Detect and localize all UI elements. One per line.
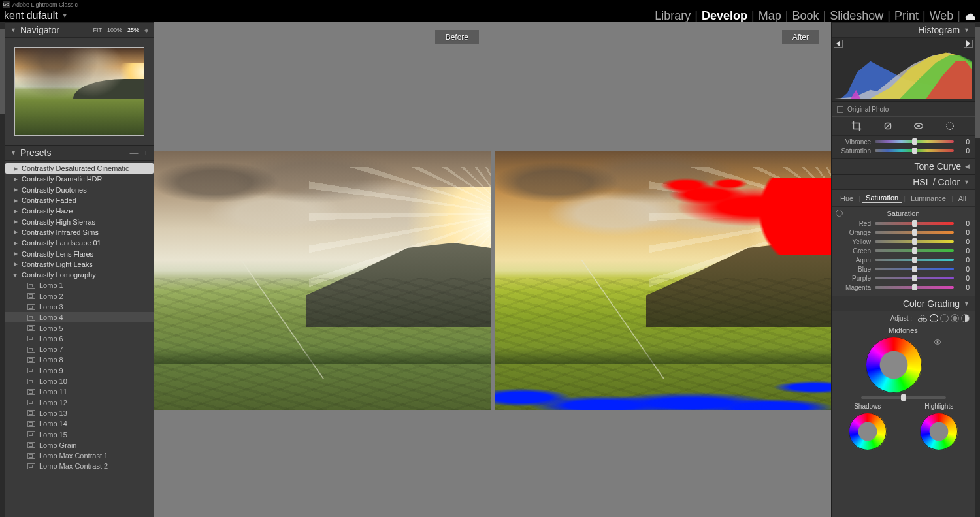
- mask-tool-icon[interactable]: [944, 120, 956, 132]
- original-photo-row[interactable]: Original Photo: [832, 102, 975, 116]
- left-scrollbar[interactable]: [0, 22, 5, 517]
- preset-folder[interactable]: ▶Contrastly Desaturated Cinematic: [5, 163, 154, 174]
- preset-folder[interactable]: ▶Contrastly Lens Flares: [5, 248, 154, 258]
- original-photo-checkbox[interactable]: [837, 106, 843, 113]
- module-print[interactable]: Print: [890, 9, 923, 23]
- hsl-red-slider[interactable]: Red0: [832, 219, 975, 228]
- hsl-tab-luminance[interactable]: Luminance: [907, 194, 950, 203]
- chevron-left-icon: ◀: [965, 163, 970, 170]
- hsl-green-slider[interactable]: Green0: [832, 246, 975, 255]
- redeye-tool-icon[interactable]: [913, 120, 924, 132]
- highlight-clip-toggle[interactable]: [964, 40, 973, 48]
- preset-folder[interactable]: ▶Contrastly Dramatic HDR: [5, 174, 154, 184]
- identity-menu-icon[interactable]: ▼: [62, 12, 68, 19]
- hsl-blue-slider[interactable]: Blue0: [832, 264, 975, 274]
- preset-folder[interactable]: ▶Contrastly Landscape 01: [5, 238, 154, 248]
- cg-mode-global-icon[interactable]: [961, 314, 970, 322]
- preset-item[interactable]: Lomo 2: [5, 291, 154, 302]
- crop-tool-icon[interactable]: [851, 120, 862, 132]
- identity-name[interactable]: kent dufault: [4, 10, 58, 22]
- hsl-tab-hue[interactable]: Hue: [836, 194, 857, 203]
- module-develop[interactable]: Develop: [698, 9, 751, 23]
- preset-item[interactable]: Lomo 3: [5, 302, 154, 312]
- preset-folder-label: Contrastly Faded: [22, 196, 76, 204]
- hsl-yellow-slider[interactable]: Yellow0: [832, 237, 975, 246]
- cg-shadows-wheel[interactable]: [849, 413, 887, 450]
- preset-item[interactable]: Lomo 4: [5, 312, 154, 322]
- navigator-fit[interactable]: FIT: [93, 27, 102, 33]
- after-pane[interactable]: After: [495, 25, 831, 514]
- preset-folder[interactable]: ▶Contrastly Infrared Sims: [5, 227, 154, 238]
- preset-item[interactable]: Lomo 13: [5, 408, 154, 418]
- tone-curve-header[interactable]: Tone Curve◀: [832, 159, 975, 174]
- preset-thumb-icon: [27, 442, 35, 448]
- before-label: Before: [435, 30, 479, 44]
- module-slideshow[interactable]: Slideshow: [826, 9, 887, 23]
- chevron-right-icon: ▶: [13, 219, 18, 225]
- hsl-header[interactable]: HSL / Color▼: [832, 174, 975, 190]
- preset-item[interactable]: Lomo 7: [5, 344, 154, 354]
- cg-midtones-luminance-slider[interactable]: [861, 396, 946, 399]
- preset-item-label: Lomo Grain: [39, 441, 76, 449]
- navigator-thumbnail[interactable]: [14, 47, 144, 136]
- hsl-purple-slider[interactable]: Purple0: [832, 274, 975, 283]
- presets-header[interactable]: ▼Presets —+: [5, 145, 154, 161]
- preset-folder[interactable]: ▶Contrastly Faded: [5, 195, 154, 206]
- cg-mode-midtones-icon[interactable]: [940, 314, 949, 322]
- histogram[interactable]: [832, 38, 975, 102]
- preset-item[interactable]: Lomo Max Contrast 2: [5, 461, 154, 471]
- hsl-magenta-slider[interactable]: Magenta0: [832, 283, 975, 292]
- preset-folder[interactable]: ▶Contrastly Duotones: [5, 185, 154, 195]
- preset-item[interactable]: Lomo 6: [5, 334, 154, 344]
- preset-item[interactable]: Lomo 10: [5, 376, 154, 386]
- navigator-100[interactable]: 100%: [107, 27, 122, 33]
- module-web[interactable]: Web: [926, 9, 958, 23]
- preset-folder[interactable]: ▶Contrastly High Sierras: [5, 216, 154, 227]
- saturation-slider[interactable]: Saturation 0: [832, 146, 975, 155]
- vibrance-slider[interactable]: Vibrance 0: [832, 137, 975, 146]
- cg-mode-highlights-icon[interactable]: [951, 314, 959, 322]
- preset-item[interactable]: Lomo 12: [5, 398, 154, 408]
- preset-item[interactable]: Lomo 8: [5, 354, 154, 365]
- zoom-step-icon[interactable]: ◆: [144, 27, 148, 33]
- visibility-eye-icon[interactable]: [934, 338, 941, 346]
- hsl-aqua-slider[interactable]: Aqua0: [832, 255, 975, 264]
- preset-folder[interactable]: ▶Contrastly Haze: [5, 206, 154, 216]
- hsl-tab-saturation[interactable]: Saturation: [862, 193, 902, 203]
- preset-item[interactable]: Lomo 5: [5, 322, 154, 333]
- module-book[interactable]: Book: [788, 9, 823, 23]
- preset-item[interactable]: Lomo Grain: [5, 440, 154, 450]
- hsl-orange-slider[interactable]: Orange0: [832, 228, 975, 237]
- preset-item[interactable]: Lomo 1: [5, 280, 154, 290]
- module-library[interactable]: Library: [651, 9, 694, 23]
- navigator-header[interactable]: ▼Navigator FIT 100% 25% ◆: [5, 22, 154, 38]
- cg-mode-3way-icon[interactable]: [917, 314, 928, 322]
- cg-mode-shadows-icon[interactable]: [930, 314, 938, 322]
- preset-folder[interactable]: ▶Contrastly Light Leaks: [5, 259, 154, 270]
- preset-item-label: Lomo 1: [39, 281, 63, 289]
- preset-folder-label: Contrastly Haze: [22, 207, 73, 215]
- navigator-zoom[interactable]: 25%: [127, 27, 139, 33]
- presets-minus-icon[interactable]: —: [129, 148, 138, 158]
- preset-item[interactable]: Lomo 14: [5, 418, 154, 429]
- right-scrollbar[interactable]: [975, 22, 980, 517]
- title-bar: LrC Adobe Lightroom Classic: [0, 0, 980, 9]
- cg-highlights-wheel[interactable]: [920, 413, 958, 450]
- presets-plus-icon[interactable]: +: [143, 148, 148, 158]
- histogram-header[interactable]: Histogram▼: [832, 22, 975, 38]
- preset-item[interactable]: Lomo Max Contrast 1: [5, 450, 154, 461]
- hsl-tab-all[interactable]: All: [955, 194, 970, 203]
- chevron-right-icon: ▶: [13, 240, 18, 246]
- preset-item[interactable]: Lomo 9: [5, 366, 154, 376]
- preset-folder[interactable]: ▶Contrastly Lomography: [5, 270, 154, 280]
- preset-item[interactable]: Lomo 11: [5, 386, 154, 397]
- shadow-clip-toggle[interactable]: [834, 40, 843, 48]
- cloud-sync-icon[interactable]: [964, 11, 976, 20]
- cg-midtones-wheel[interactable]: [866, 337, 922, 393]
- module-map[interactable]: Map: [755, 9, 785, 23]
- preset-item[interactable]: Lomo 15: [5, 429, 154, 439]
- heal-tool-icon[interactable]: [882, 120, 894, 132]
- targeted-adjust-icon[interactable]: [836, 210, 843, 217]
- before-pane[interactable]: Before: [154, 25, 491, 514]
- color-grading-header[interactable]: Color Grading▼: [832, 296, 975, 311]
